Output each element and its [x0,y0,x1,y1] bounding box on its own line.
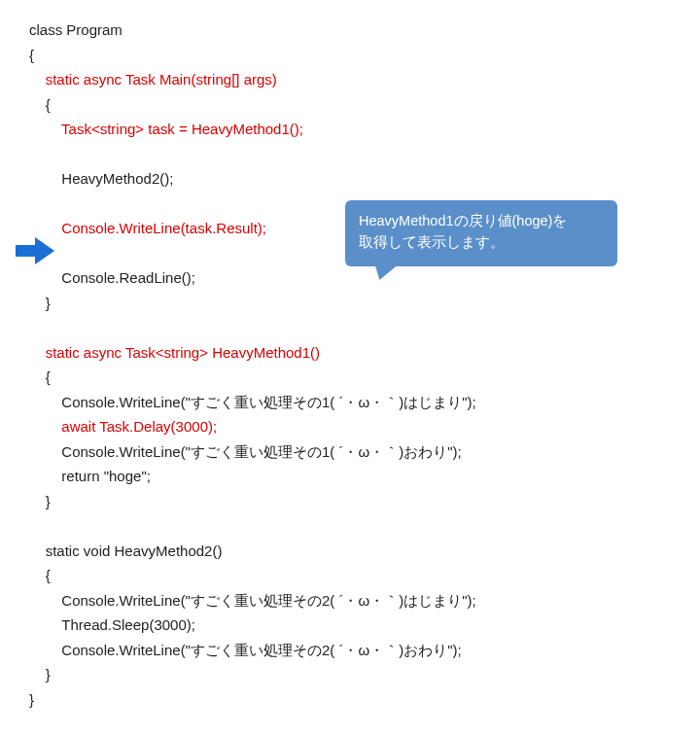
code-line: Console.ReadLine(); [29,269,195,286]
code-line: Console.WriteLine("すごく重い処理その1( ´・ω・｀)おわり… [29,443,462,460]
code-line: return "hoge"; [29,468,151,484]
svg-marker-0 [16,237,54,264]
code-line-highlight: static async Task<string> HeavyMethod1() [46,344,320,361]
code-line: } [29,691,34,708]
code-line: Console.WriteLine("すごく重い処理その2( ´・ω・｀)はじま… [29,592,476,609]
code-line-highlight: static async Task Main(string[] args) [46,71,277,88]
code-line-highlight: Task<string> task = HeavyMethod1(); [61,121,303,137]
pointer-arrow-icon [16,237,54,264]
code-line [29,121,61,137]
code-line: } [29,493,51,509]
code-line: static void HeavyMethod2() [29,542,222,559]
callout-line: HeavyMethod1の戻り値(hoge)を [359,211,604,232]
annotation-callout: HeavyMethod1の戻り値(hoge)を 取得して表示します。 [345,200,617,266]
code-block: class Program { static async Task Main(s… [29,18,671,712]
code-line [29,220,61,236]
code-line [29,344,46,361]
code-line-highlight: await Task.Delay(3000); [61,418,217,435]
code-line [29,71,46,88]
code-line: { [29,567,51,583]
code-line: } [29,295,51,311]
callout-line: 取得して表示します。 [359,232,604,254]
code-line: HeavyMethod2(); [29,170,173,187]
code-line: Console.WriteLine("すごく重い処理その1( ´・ω・｀)はじま… [29,394,476,410]
code-line: Thread.Sleep(3000); [29,616,195,633]
code-line: { [29,47,34,63]
code-line [29,418,61,435]
code-line: Console.WriteLine("すごく重い処理その2( ´・ω・｀)おわり… [29,642,462,658]
code-line: } [29,666,51,682]
code-line: { [29,368,51,385]
code-line: { [29,96,51,113]
code-line: class Program [29,21,122,38]
code-line-highlight: Console.WriteLine(task.Result); [61,220,266,236]
